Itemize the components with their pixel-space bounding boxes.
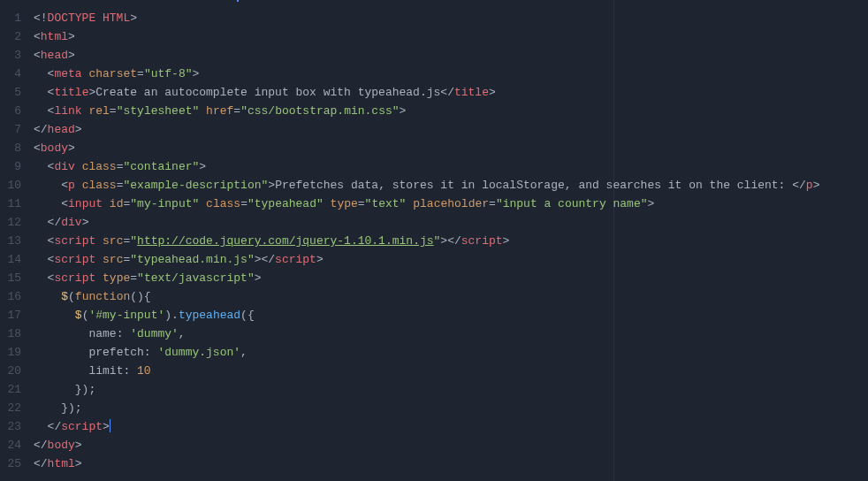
code-token: script [461,234,503,248]
code-line[interactable]: limit: 10 [34,362,868,380]
code-line[interactable]: <html> [34,27,868,46]
code-line[interactable]: <script src="http://code.jquery.com/jque… [34,232,868,250]
code-token: </ [440,86,454,99]
code-line[interactable]: </div> [34,213,868,232]
code-line[interactable]: </html> [34,454,868,473]
code-line[interactable]: $(function(){ [34,287,868,306]
code-token: "text/javascript" [137,271,255,285]
code-token: charset [88,67,137,80]
code-line[interactable]: <body> [34,139,868,157]
line-number: 8 [0,139,21,157]
code-token: > [199,160,206,173]
code-token: > [400,104,407,118]
code-token [75,179,82,192]
line-number: 7 [0,120,21,139]
line-number: 17 [0,306,21,324]
code-line[interactable]: <meta charset="utf-8"> [34,65,868,83]
code-token: > [68,141,75,155]
code-token [103,197,110,210]
code-line[interactable]: </body> [34,436,868,454]
code-token: <! [34,11,48,25]
code-area[interactable]: <!DOCTYPE HTML><html><head> <meta charse… [30,0,868,481]
code-token: type [331,197,358,210]
code-token: div [54,160,74,173]
code-token: "text" [365,197,407,210]
code-token: DOCTYPE HTML [48,11,131,25]
line-number: 12 [0,213,21,232]
code-line[interactable]: <link rel="stylesheet" href="css/bootstr… [34,102,868,120]
code-token: ( [68,290,75,303]
code-line[interactable]: <title>Create an autocomplete input box … [34,83,868,102]
code-token: "input a country name" [496,197,648,210]
line-number: 16 [0,287,21,306]
code-token: body [48,439,75,452]
line-number: 15 [0,269,21,287]
line-number: 18 [0,324,21,343]
code-token: > [75,439,82,452]
line-number: 21 [0,380,21,399]
code-token: < [61,197,68,210]
code-line[interactable]: }); [34,380,868,399]
code-line[interactable]: <script type="text/javascript"> [34,269,868,287]
code-token: </ [48,420,62,433]
code-token: > [489,86,496,99]
code-token: 'dummy.json' [157,346,240,359]
line-number: 14 [0,250,21,269]
code-token: > [813,179,820,192]
text-cursor [110,419,110,432]
line-number-gutter: 1234567891011121314151617181920212223242… [0,0,30,481]
code-token: ({ [240,309,255,322]
code-token: link [54,104,81,118]
code-editor[interactable]: 1234567891011121314151617181920212223242… [0,0,868,481]
code-token: typeahead [179,309,240,322]
code-token: }); [61,401,81,415]
code-token: title [54,86,88,99]
code-token: < [34,30,41,43]
code-line[interactable]: <!DOCTYPE HTML> [34,9,868,27]
code-line[interactable]: <p class="example-description">Prefetche… [34,176,868,195]
code-token: = [137,67,144,80]
code-line[interactable]: }); [34,399,868,417]
code-line[interactable]: <input id="my-input" class="typeahead" t… [34,195,868,213]
code-token: head [48,123,75,136]
code-token [95,253,103,266]
code-token: ></ [255,253,275,266]
code-token: script [54,271,95,285]
code-token: $ [61,290,68,303]
code-token [95,271,103,285]
code-token: p [806,179,813,192]
code-token: placeholder [413,197,489,210]
code-token: </ [48,216,62,229]
line-number: 24 [0,436,21,454]
line-number: 1 [0,9,21,27]
code-line[interactable]: <script src="typeahead.min.js"></script> [34,250,868,269]
code-token [95,234,103,248]
code-line[interactable]: <head> [34,46,868,65]
code-token: html [48,457,75,470]
code-token: "typeahead.min.js" [130,253,254,266]
code-line[interactable]: </head> [34,120,868,139]
line-number: 9 [0,157,21,176]
code-line[interactable]: <div class="container"> [34,157,868,176]
code-token: : [144,346,158,359]
code-token: div [61,216,81,229]
code-token: > [82,216,89,229]
code-token: < [61,179,68,192]
code-token: id [110,197,124,210]
code-line[interactable]: name: 'dummy', [34,324,868,343]
code-token: "css/bootstrap.min.css" [240,104,399,118]
code-line[interactable]: </script> [34,417,868,436]
code-token: p [68,179,75,192]
code-token: </ [34,457,48,470]
code-token: = [358,197,365,210]
code-token: > [68,30,75,43]
code-token: = [110,104,117,118]
line-number: 6 [0,102,21,120]
code-token: > [75,457,82,470]
code-token: > [192,67,199,80]
line-number: 19 [0,343,21,362]
code-line[interactable]: prefetch: 'dummy.json', [34,343,868,362]
code-token: > [316,253,324,266]
code-token: script [275,253,316,266]
code-line[interactable]: $('#my-input').typeahead({ [34,306,868,324]
